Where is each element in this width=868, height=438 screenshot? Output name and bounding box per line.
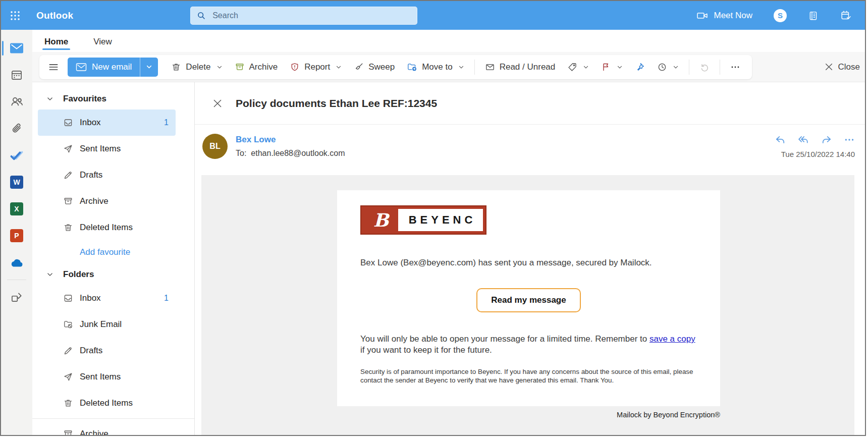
ribbon-tabs: Home View: [32, 30, 865, 52]
sidebar-item-archive[interactable]: Archive: [38, 188, 176, 214]
archive-button[interactable]: Archive: [229, 57, 284, 77]
forward-icon[interactable]: [821, 135, 833, 145]
tab-home[interactable]: Home: [42, 33, 70, 52]
favourites-section-header[interactable]: Favourites: [32, 88, 194, 110]
sidebar-item-inbox[interactable]: Inbox 1: [38, 110, 176, 136]
search-input[interactable]: Search: [190, 7, 417, 25]
trash-icon: [63, 223, 73, 233]
pencil-icon: [63, 170, 73, 180]
rail-calendar-icon[interactable]: [1, 62, 32, 88]
sidebar-item-label: Drafts: [80, 170, 102, 180]
sweep-button[interactable]: Sweep: [348, 57, 401, 77]
sidebar-item-label: Inbox: [80, 118, 101, 128]
sidebar-item-deleted[interactable]: Deleted Items: [38, 214, 176, 241]
search-icon: [196, 11, 206, 21]
flag-icon: [601, 62, 611, 72]
sidebar-item-junk[interactable]: Junk Email: [38, 311, 176, 338]
rail-powerpoint-icon[interactable]: P: [1, 222, 32, 249]
sidebar-item-label: Deleted Items: [80, 223, 133, 233]
rail-attachments-icon[interactable]: [1, 115, 32, 142]
close-message-icon[interactable]: [212, 98, 223, 109]
message-more-icon[interactable]: [844, 135, 855, 145]
read-my-message-button[interactable]: Read my message: [476, 288, 580, 312]
rail-excel-icon[interactable]: X: [1, 195, 32, 222]
meet-now-button[interactable]: Meet Now: [696, 11, 752, 21]
add-favourite-button[interactable]: Add favourite: [32, 241, 194, 264]
flag-button[interactable]: [595, 57, 629, 77]
sidebar-item-drafts-folder[interactable]: Drafts: [38, 338, 176, 364]
sidebar-item-label: Sent Items: [80, 144, 121, 154]
new-email-dropdown[interactable]: [140, 58, 158, 77]
sidebar-item-sent-folder[interactable]: Sent Items: [38, 364, 176, 390]
close-message-button[interactable]: Close: [825, 62, 861, 72]
folders-section-header[interactable]: Folders: [32, 264, 194, 285]
save-a-copy-link[interactable]: save a copy: [649, 334, 695, 344]
sidebar-item-archive-folder[interactable]: Archive: [38, 421, 176, 435]
rail-people-icon[interactable]: [1, 88, 32, 115]
more-options-button[interactable]: [724, 57, 746, 77]
categorize-button[interactable]: [561, 57, 595, 77]
reply-icon[interactable]: [774, 135, 786, 145]
sidebar-item-label: Junk Email: [80, 319, 122, 330]
folder-pane: Favourites Inbox 1 Sent Items Drafts: [32, 82, 195, 435]
ribbon-toolbar: New email Delete: [39, 55, 752, 79]
read-unread-button[interactable]: Read / Unread: [479, 57, 562, 77]
sidebar-item-sent[interactable]: Sent Items: [38, 136, 176, 162]
rail-mail-icon[interactable]: [1, 35, 32, 62]
archive-label: Archive: [249, 62, 278, 72]
sidebar-item-label: Deleted Items: [80, 398, 133, 408]
sidebar-item-label: Sent Items: [80, 372, 121, 382]
sweep-label: Sweep: [368, 62, 395, 72]
topbar: Outlook Search Meet Now S: [1, 1, 865, 30]
sender-name-link[interactable]: Bex Lowe: [236, 135, 345, 145]
snooze-button[interactable]: [651, 57, 685, 77]
toolbar-divider: [720, 60, 720, 75]
rail-onedrive-icon[interactable]: [1, 249, 32, 276]
sender-avatar[interactable]: BL: [202, 134, 228, 159]
skype-icon[interactable]: S: [774, 9, 787, 22]
move-to-button[interactable]: Move to: [401, 57, 470, 77]
inbox-icon: [63, 118, 73, 128]
junk-folder-icon: [63, 319, 73, 330]
meet-now-label: Meet Now: [714, 11, 752, 21]
report-button[interactable]: Report: [284, 57, 348, 77]
folder-pane-toggle-icon[interactable]: [43, 57, 64, 77]
notebook-icon[interactable]: [808, 10, 819, 21]
sidebar-item-label: Inbox: [80, 293, 101, 303]
reading-pane: Policy documents Ethan Lee REF:12345 BL …: [195, 82, 865, 435]
shield-alert-icon: [290, 62, 300, 72]
archive-icon: [63, 196, 73, 206]
chevron-down-icon: [46, 271, 53, 278]
rail-apps-icon[interactable]: [1, 284, 32, 311]
calendar-check-icon[interactable]: [840, 10, 852, 21]
undo-button[interactable]: [693, 57, 716, 77]
sidebar-item-deleted-folder[interactable]: Deleted Items: [38, 390, 176, 416]
rail-word-icon[interactable]: W: [1, 169, 32, 195]
ellipsis-icon: [730, 62, 740, 72]
beyenc-logo-monogram: B: [364, 211, 398, 229]
secure-message-card: B BEYENC Bex Lowe (Bex@beyenc.com) has s…: [337, 190, 720, 406]
chevron-down-icon: [583, 64, 589, 70]
move-to-label: Move to: [422, 62, 452, 72]
delete-button[interactable]: Delete: [165, 57, 228, 77]
chevron-down-icon: [336, 64, 342, 70]
pin-button[interactable]: [629, 57, 651, 77]
send-icon: [63, 144, 73, 154]
email-subject: Policy documents Ethan Lee REF:12345: [236, 97, 437, 110]
sidebar-item-label: Archive: [80, 429, 108, 435]
reply-all-icon[interactable]: [797, 135, 809, 145]
trash-icon: [63, 398, 73, 408]
tab-view[interactable]: View: [91, 33, 114, 52]
topbar-actions: Meet Now S: [696, 9, 865, 22]
rail-divider: [7, 280, 26, 280]
sidebar-item-drafts[interactable]: Drafts: [38, 162, 176, 188]
archive-icon: [63, 429, 73, 435]
new-email-button[interactable]: New email: [68, 58, 158, 77]
sidebar-item-inbox-folder[interactable]: Inbox 1: [38, 285, 176, 311]
clock-icon: [657, 62, 667, 72]
outlook-window: Outlook Search Meet Now S: [0, 0, 866, 436]
app-launcher-icon[interactable]: [1, 1, 29, 30]
message-timestamp: Tue 25/10/2022 14:40: [781, 150, 855, 158]
toolbar-divider: [474, 60, 475, 75]
rail-todo-icon[interactable]: [1, 142, 32, 169]
